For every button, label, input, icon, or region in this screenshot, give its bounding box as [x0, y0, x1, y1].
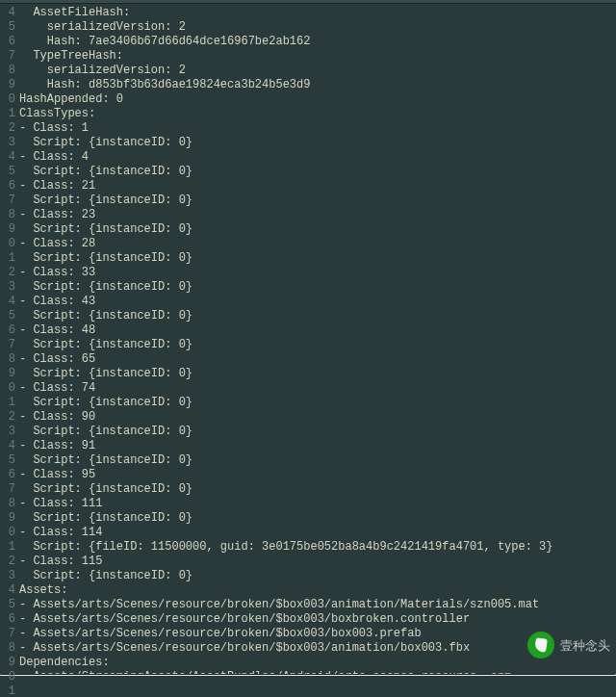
line-number: 3: [0, 136, 15, 150]
code-line[interactable]: Script: {instanceID: 0}: [19, 222, 616, 237]
line-number: 3: [0, 280, 15, 295]
line-number: 3: [0, 569, 15, 583]
code-line[interactable]: ClassTypes:: [19, 107, 616, 121]
line-number: 4: [0, 150, 15, 165]
code-line[interactable]: - Class: 23: [19, 208, 616, 222]
line-number: 0: [0, 237, 15, 251]
line-number: 9: [0, 656, 15, 670]
code-line[interactable]: AssetFileHash:: [19, 6, 616, 20]
line-number: 9: [0, 78, 15, 92]
line-number: 5: [0, 20, 15, 35]
code-line[interactable]: Script: {instanceID: 0}: [19, 338, 616, 352]
line-number: 0: [0, 670, 15, 684]
code-line[interactable]: serializedVersion: 2: [19, 20, 616, 35]
code-line[interactable]: Script: {instanceID: 0}: [19, 136, 616, 150]
code-line[interactable]: Script: {instanceID: 0}: [19, 194, 616, 208]
line-number: 9: [0, 367, 15, 381]
line-number: 8: [0, 64, 15, 78]
code-line[interactable]: - Class: 74: [19, 381, 616, 396]
line-number: 1: [0, 684, 15, 697]
line-number: 1: [0, 107, 15, 121]
code-line[interactable]: Script: {instanceID: 0}: [19, 425, 616, 439]
line-number: 1: [0, 540, 15, 555]
code-line[interactable]: - Assets/arts/Scenes/resource/broken/$bo…: [19, 641, 616, 656]
line-number: 6: [0, 612, 15, 627]
line-number: 1: [0, 251, 15, 266]
code-line[interactable]: - Assets/arts/Scenes/resource/broken/$bo…: [19, 598, 616, 612]
code-line[interactable]: Script: {instanceID: 0}: [19, 280, 616, 295]
line-number: 2: [0, 121, 15, 136]
line-number: 6: [0, 468, 15, 482]
line-number: 7: [0, 194, 15, 208]
line-number: 7: [0, 627, 15, 641]
line-number: 5: [0, 453, 15, 468]
code-line[interactable]: - Class: 33: [19, 266, 616, 280]
line-number: 7: [0, 338, 15, 352]
line-number: 4: [0, 439, 15, 453]
code-line[interactable]: Script: {instanceID: 0}: [19, 396, 616, 410]
line-number: 0: [0, 381, 15, 396]
line-number-gutter: 4567890123456789012345678901234567890123…: [0, 6, 19, 674]
code-line[interactable]: - Class: 111: [19, 497, 616, 511]
code-line[interactable]: Script: {instanceID: 0}: [19, 569, 616, 583]
line-number: 6: [0, 179, 15, 194]
code-line[interactable]: - Class: 48: [19, 323, 616, 338]
code-line[interactable]: Hash: 7ae3406b67d66d64dce16967be2ab162: [19, 35, 616, 49]
code-line[interactable]: - Assets/arts/Scenes/resource/broken/$bo…: [19, 627, 616, 641]
line-number: 9: [0, 222, 15, 237]
watermark-text: 壹种念头: [560, 638, 610, 653]
code-line[interactable]: - Class: 115: [19, 555, 616, 569]
code-line[interactable]: Dependencies:: [19, 656, 616, 670]
code-line[interactable]: - Class: 90: [19, 410, 616, 425]
code-line[interactable]: Script: {instanceID: 0}: [19, 367, 616, 381]
line-number: 8: [0, 641, 15, 656]
code-line[interactable]: TypeTreeHash:: [19, 49, 616, 64]
line-number: 7: [0, 49, 15, 64]
line-number: 8: [0, 352, 15, 367]
line-number: 8: [0, 497, 15, 511]
line-number: 4: [0, 583, 15, 598]
line-number: 5: [0, 165, 15, 179]
code-line[interactable]: Script: {instanceID: 0}: [19, 511, 616, 526]
code-line[interactable]: - Assets/StreamingAssets/AssetBundles/An…: [19, 670, 616, 674]
code-line[interactable]: - Class: 4: [19, 150, 616, 165]
code-line[interactable]: - Class: 91: [19, 439, 616, 453]
wechat-icon: [527, 632, 554, 658]
code-line[interactable]: - Class: 43: [19, 295, 616, 309]
code-line[interactable]: - Assets/arts/Scenes/resource/broken/$bo…: [19, 612, 616, 627]
code-line[interactable]: HashAppended: 0: [19, 92, 616, 107]
line-number: 9: [0, 511, 15, 526]
line-number: 2: [0, 555, 15, 569]
code-line[interactable]: - Class: 1: [19, 121, 616, 136]
divider: [0, 674, 616, 676]
code-line[interactable]: Script: {instanceID: 0}: [19, 453, 616, 468]
line-number: 6: [0, 35, 15, 49]
code-line[interactable]: - Class: 21: [19, 179, 616, 194]
code-line[interactable]: - Class: 65: [19, 352, 616, 367]
line-number: 4: [0, 295, 15, 309]
watermark: 壹种念头: [527, 632, 610, 658]
code-line[interactable]: serializedVersion: 2: [19, 64, 616, 78]
code-line[interactable]: Script: {instanceID: 0}: [19, 251, 616, 266]
line-number: 0: [0, 92, 15, 107]
code-line[interactable]: Hash: d853bf3b63d6ae19824eca3b24b5e3d9: [19, 78, 616, 92]
line-number: 0: [0, 526, 15, 540]
line-number: 5: [0, 309, 15, 323]
code-line[interactable]: Script: {fileID: 11500000, guid: 3e0175b…: [19, 540, 616, 555]
code-line[interactable]: - Class: 95: [19, 468, 616, 482]
code-content[interactable]: AssetFileHash: serializedVersion: 2 Hash…: [19, 6, 616, 674]
code-line[interactable]: - Class: 114: [19, 526, 616, 540]
code-editor[interactable]: 4567890123456789012345678901234567890123…: [0, 4, 616, 674]
line-number: 2: [0, 410, 15, 425]
code-line[interactable]: Script: {instanceID: 0}: [19, 482, 616, 497]
code-line[interactable]: Script: {instanceID: 0}: [19, 165, 616, 179]
line-number: 3: [0, 425, 15, 439]
line-number: 5: [0, 598, 15, 612]
code-line[interactable]: Script: {instanceID: 0}: [19, 309, 616, 323]
line-number: 8: [0, 208, 15, 222]
code-line[interactable]: Assets:: [19, 583, 616, 598]
line-number: 1: [0, 396, 15, 410]
line-number: 6: [0, 323, 15, 338]
line-number: 4: [0, 6, 15, 20]
code-line[interactable]: - Class: 28: [19, 237, 616, 251]
